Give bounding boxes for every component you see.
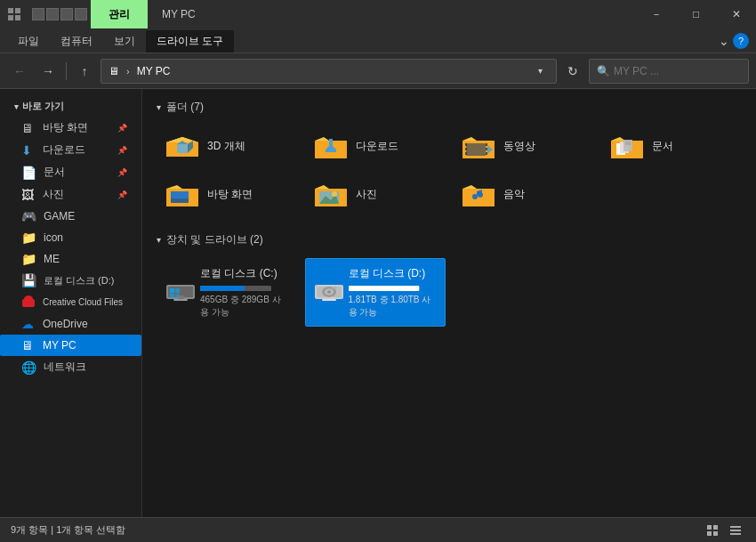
devices-section-label: 장치 및 드라이브 (2) bbox=[166, 232, 263, 247]
search-bar[interactable]: 🔍 bbox=[589, 59, 749, 84]
tab-view[interactable]: 보기 bbox=[103, 30, 146, 53]
drive-item-d[interactable]: 로컬 디스크 (D:) 1.81TB 중 1.80TB 사용 가능 bbox=[305, 258, 446, 327]
game-icon: 🎮 bbox=[21, 209, 36, 223]
drive-d-name: 로컬 디스크 (D:) bbox=[349, 266, 438, 281]
network-icon: 🌐 bbox=[21, 360, 36, 375]
svg-rect-1 bbox=[15, 8, 20, 13]
svg-rect-24 bbox=[465, 148, 467, 150]
maximize-button[interactable]: □ bbox=[676, 0, 716, 28]
folder-icon-documents bbox=[609, 132, 645, 160]
toolbar: ← → ↑ 🖥 › MY PC ▾ ↻ 🔍 bbox=[0, 53, 756, 89]
address-dropdown-btn[interactable]: ▾ bbox=[531, 59, 549, 84]
content-area: ▾ 폴더 (7) 3D 개체 bbox=[142, 89, 756, 517]
sidebar-item-icon-folder[interactable]: 📁 icon bbox=[0, 227, 141, 248]
folders-section-header[interactable]: ▾ 폴더 (7) bbox=[157, 100, 742, 115]
svg-rect-75 bbox=[730, 530, 741, 531]
tab-drive-tools[interactable]: 드라이브 도구 bbox=[146, 30, 234, 53]
drive-grid: 로컬 디스크 (C:) 465GB 중 289GB 사용 가능 bbox=[157, 258, 742, 327]
svg-rect-26 bbox=[486, 143, 487, 146]
sidebar-item-downloads[interactable]: ⬇ 다운로드 📌 bbox=[0, 139, 141, 161]
folder-item-desktop[interactable]: 바탕 화면 bbox=[157, 174, 298, 214]
sidebar-item-mypc[interactable]: 🖥 MY PC bbox=[0, 335, 141, 356]
svg-rect-17 bbox=[329, 139, 333, 146]
folder-video-label: 동영상 bbox=[503, 139, 535, 154]
sidebar-item-onedrive[interactable]: ☁ OneDrive bbox=[0, 313, 141, 335]
svg-rect-23 bbox=[465, 143, 467, 146]
sidebar-item-local-d-label: 로컬 디스크 (D:) bbox=[44, 274, 114, 287]
title-bar-left: 관리 MY PC bbox=[7, 0, 196, 28]
svg-rect-70 bbox=[707, 525, 712, 530]
sidebar-item-me-label: ME bbox=[44, 253, 60, 265]
svg-marker-50 bbox=[462, 185, 477, 189]
title-buttons-area bbox=[32, 8, 87, 20]
address-path: MY PC bbox=[137, 65, 524, 77]
sidebar-item-local-d[interactable]: 💾 로컬 디스크 (D:) bbox=[0, 270, 141, 291]
sidebar-item-creative[interactable]: Creative Cloud Files bbox=[0, 291, 141, 313]
sidebar: ▾ 바로 가기 🖥 바탕 화면 📌 ⬇ 다운로드 📌 📄 문서 📌 🖼 사진 📌… bbox=[0, 89, 142, 517]
folder-icon-pictures bbox=[313, 180, 349, 208]
sidebar-item-desktop[interactable]: 🖥 바탕 화면 📌 bbox=[0, 117, 141, 139]
svg-point-53 bbox=[478, 192, 483, 198]
sidebar-item-me[interactable]: 📁 ME bbox=[0, 248, 141, 270]
svg-rect-18 bbox=[326, 150, 336, 152]
devices-section-header[interactable]: ▾ 장치 및 드라이브 (2) bbox=[157, 232, 742, 247]
folder-item-documents[interactable]: 문서 bbox=[601, 125, 743, 166]
ribbon-tabs: 파일 컴퓨터 보기 드라이브 도구 ⌄ ? bbox=[0, 28, 756, 53]
list-view-button[interactable] bbox=[726, 521, 745, 540]
help-button[interactable]: ? bbox=[733, 33, 749, 49]
folder-item-video[interactable]: 동영상 bbox=[453, 125, 594, 166]
drive-d-icon bbox=[313, 278, 342, 308]
folder-grid: 3D 개체 다운로드 bbox=[157, 125, 742, 214]
tab-computer[interactable]: 컴퓨터 bbox=[50, 30, 103, 53]
creative-cloud-icon bbox=[21, 295, 36, 310]
svg-rect-57 bbox=[173, 299, 188, 301]
svg-rect-73 bbox=[713, 531, 718, 536]
folder-item-downloads[interactable]: 다운로드 bbox=[305, 125, 446, 166]
onedrive-icon: ☁ bbox=[21, 317, 36, 331]
chevron-down-icon: ▾ bbox=[14, 102, 19, 111]
drive-c-info: 로컬 디스크 (C:) 465GB 중 289GB 사용 가능 bbox=[200, 266, 290, 319]
drive-d-info: 로컬 디스크 (D:) 1.81TB 중 1.80TB 사용 가능 bbox=[349, 266, 438, 319]
svg-rect-35 bbox=[623, 140, 632, 151]
svg-marker-20 bbox=[462, 137, 477, 141]
close-button[interactable]: ✕ bbox=[716, 0, 756, 28]
svg-rect-42 bbox=[171, 191, 189, 198]
collapse-ribbon-btn[interactable]: ⌄ bbox=[719, 34, 729, 48]
sidebar-item-pictures[interactable]: 🖼 사진 📌 bbox=[0, 183, 141, 206]
refresh-button[interactable]: ↻ bbox=[560, 59, 585, 84]
sidebar-item-documents[interactable]: 📄 문서 📌 bbox=[0, 161, 141, 183]
up-button[interactable]: ↑ bbox=[72, 59, 97, 84]
mypc-icon: 🖥 bbox=[21, 338, 36, 352]
sidebar-item-network[interactable]: 🌐 네트워크 bbox=[0, 356, 141, 378]
sidebar-item-icon-label: icon bbox=[44, 231, 63, 244]
drive-item-c[interactable]: 로컬 디스크 (C:) 465GB 중 289GB 사용 가능 bbox=[157, 258, 298, 327]
status-bar: 9개 항목 | 1개 항목 선택함 bbox=[0, 517, 756, 542]
sidebar-item-game[interactable]: 🎮 GAME bbox=[0, 206, 141, 227]
window-controls: － □ ✕ bbox=[636, 0, 756, 28]
folder-pictures-label: 사진 bbox=[356, 187, 377, 202]
svg-marker-14 bbox=[315, 137, 329, 141]
sidebar-item-onedrive-label: OneDrive bbox=[43, 318, 88, 330]
search-input[interactable] bbox=[614, 65, 738, 77]
app-icon bbox=[7, 7, 21, 21]
svg-rect-65 bbox=[322, 299, 336, 301]
minimize-button[interactable]: － bbox=[636, 0, 676, 28]
svg-rect-3 bbox=[15, 15, 20, 20]
sidebar-item-creative-label: Creative Cloud Files bbox=[43, 297, 123, 307]
address-bar[interactable]: 🖥 › MY PC ▾ bbox=[101, 59, 557, 84]
sidebar-item-pictures-label: 사진 bbox=[43, 187, 64, 202]
quick-access-header[interactable]: ▾ 바로 가기 bbox=[0, 96, 141, 117]
window-title: MY PC bbox=[162, 8, 196, 20]
active-tab-label[interactable]: 관리 bbox=[91, 0, 148, 28]
folder-item-pictures[interactable]: 사진 bbox=[305, 174, 446, 214]
back-button[interactable]: ← bbox=[7, 59, 32, 84]
svg-rect-71 bbox=[713, 525, 718, 530]
svg-rect-0 bbox=[8, 8, 13, 13]
title-mini-btn-4 bbox=[75, 8, 87, 20]
forward-button[interactable]: → bbox=[36, 59, 60, 84]
tab-file[interactable]: 파일 bbox=[7, 30, 50, 53]
pin-icon-pictures: 📌 bbox=[117, 190, 127, 199]
folder-item-3d[interactable]: 3D 개체 bbox=[157, 125, 298, 166]
grid-view-button[interactable] bbox=[703, 521, 722, 540]
folder-item-music[interactable]: 음악 bbox=[453, 174, 594, 214]
